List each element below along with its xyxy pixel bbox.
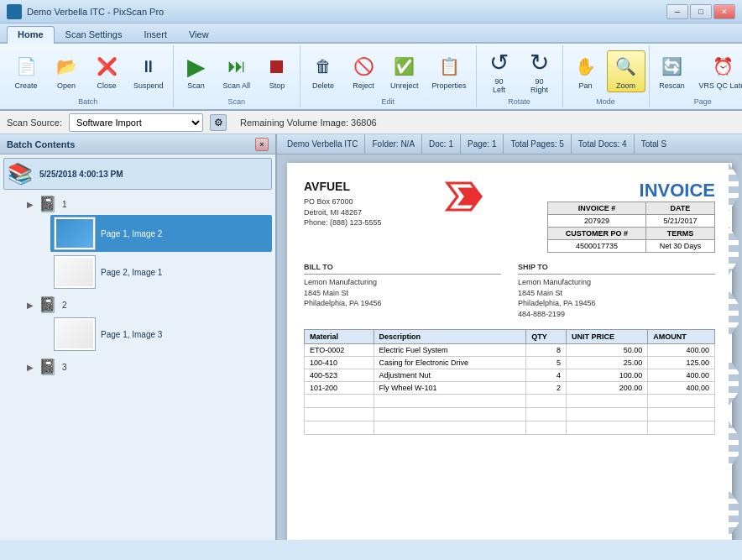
mode-buttons: ✋ Pan 🔍 Zoom [567,45,645,97]
col-unit-price: UNIT PRICE [567,330,648,344]
pan-button[interactable]: ✋ Pan [567,50,605,92]
reject-label: Reject [353,81,374,90]
close-batch-button[interactable]: ❌ Close [87,50,126,92]
customer-po-value: 4500017735 [547,240,645,253]
title-bar-controls: ─ □ ✕ [666,4,735,19]
batch-group-label: Batch [7,97,170,107]
ship-to-content: Lemon Manufacturing 1845 Main St Philade… [518,274,715,319]
batch-buttons: 📄 Create 📂 Open ❌ Close ⏸ Suspend [7,45,170,97]
tab-view[interactable]: View [178,26,220,42]
col-amount: AMOUNT [648,330,715,344]
zoom-button[interactable]: 🔍 Zoom [607,50,645,92]
batch-panel-close-button[interactable]: × [255,138,269,151]
cell-amount: 400.00 [648,369,715,382]
bill-to-addr1: 1845 Main St [304,288,501,299]
zoom-icon: 🔍 [613,53,640,80]
close-batch-label: Close [97,81,116,90]
unreject-label: Unreject [390,81,419,90]
suspend-button[interactable]: ⏸ Suspend [128,50,170,92]
col-material: Material [305,330,374,344]
right-panel: Demo Verbella ITC Folder: N/A Doc: 1 Pag… [277,134,742,540]
cell-unit-price: 50.00 [567,344,648,357]
zoom-label: Zoom [616,81,635,90]
page-buttons: 🔄 Rescan ⏰ VRS QC Later [653,45,742,97]
scan-all-button[interactable]: ⏭ Scan All [217,50,257,92]
batch-document-3: ▶ 📓 3 [24,356,272,378]
rotate-left-icon: ↺ [486,49,513,76]
rotate-left-button[interactable]: ↺ 90Left [480,46,519,97]
ribbon-group-batch: 📄 Create 📂 Open ❌ Close ⏸ Suspend Batch [3,45,174,107]
tab-scan-settings[interactable]: Scan Settings [55,26,133,42]
batch-document-1: ▶ 📓 1 Page 1, Image 2 [24,193,272,290]
ribbon: 📄 Create 📂 Open ❌ Close ⏸ Suspend Batch … [0,44,742,111]
create-button[interactable]: 📄 Create [7,50,45,92]
tab-insert[interactable]: Insert [133,26,178,42]
invoice-num-value: 207929 [547,215,645,228]
bill-to-content: Lemon Manufacturing 1845 Main St Philade… [304,274,501,309]
doc-info-folder: Folder: N/A [365,134,422,154]
scan-button[interactable]: ▶ Scan [177,50,216,92]
tab-home[interactable]: Home [7,26,55,44]
open-button[interactable]: 📂 Open [47,50,86,92]
cell-description: Electric Fuel System [374,344,526,357]
batch-page-1-image-3[interactable]: Page 1, Image 3 [50,316,272,353]
table-row: 101-200 Fly Wheel W-101 2 200.00 400.00 [305,382,715,395]
properties-icon: 📋 [436,53,462,80]
batch-doc-3-header[interactable]: ▶ 📓 3 [24,356,272,378]
page-group-label: Page [653,97,742,107]
close-button[interactable]: ✕ [713,4,735,19]
cell-description: Fly Wheel W-101 [374,382,526,395]
batch-group-icon: 📚 [8,162,33,186]
bill-to-box: BILL TO Lemon Manufacturing 1845 Main St… [304,263,501,319]
batch-document-2: ▶ 📓 2 Page 1, Image 3 [24,294,272,353]
batch-page-2-image-1[interactable]: Page 2, Image 1 [50,254,272,290]
cell-unit-price: 200.00 [567,382,648,395]
scan-source-select[interactable]: Software Import [69,113,203,132]
batch-panel-content[interactable]: 📚 5/25/2018 4:00:13 PM ▶ 📓 1 [0,154,275,540]
rotate-group-label: Rotate [480,97,559,107]
batch-doc-2-num: 2 [62,301,67,310]
rescan-button[interactable]: 🔄 Rescan [653,50,692,92]
table-row: 100-410 Casing for Electronic Drive 5 25… [305,357,715,369]
open-icon: 📂 [53,53,80,80]
cell-amount: 400.00 [648,344,715,357]
ribbon-group-edit: 🗑 Delete 🚫 Reject ✅ Unreject 📋 Propertie… [300,45,477,107]
title-bar: Demo Verbella ITC - PixScan Pro ─ □ ✕ [0,0,742,24]
stop-button[interactable]: ⏹ Stop [258,50,296,92]
batch-doc-1-header[interactable]: ▶ 📓 1 [24,193,272,215]
rotate-right-button[interactable]: ↻ 90Right [520,46,559,97]
batch-page-2-1-label: Page 2, Image 1 [101,268,162,277]
properties-button[interactable]: 📋 Properties [426,50,473,92]
cell-unit-price: 100.00 [567,369,648,382]
batch-page-1-image-2[interactable]: Page 1, Image 2 [50,215,272,252]
ship-to-addr2: Philadelphia, PA 19456 [518,298,715,309]
address-line2: Detroit, MI 48267 [304,207,382,218]
cell-qty: 5 [526,357,567,369]
bill-ship-section: BILL TO Lemon Manufacturing 1845 Main St… [304,263,715,319]
batch-page-1-3-label: Page 1, Image 3 [101,330,162,339]
table-row-empty [305,395,715,408]
maximize-button[interactable]: □ [690,4,712,19]
invoice-num-label: INVOICE # [547,202,645,215]
scan-group-label: Scan [177,97,297,107]
batch-doc-2-header[interactable]: ▶ 📓 2 [24,294,272,316]
ribbon-group-mode: ✋ Pan 🔍 Zoom Mode [563,45,650,107]
stop-label: Stop [269,81,285,90]
ribbon-group-page: 🔄 Rescan ⏰ VRS QC Later Page [650,45,742,107]
address-line3: Phone: (888) 123-5555 [304,217,382,228]
delete-button[interactable]: 🗑 Delete [304,50,342,92]
app-icon [7,4,22,19]
mode-group-label: Mode [567,97,645,107]
reject-button[interactable]: 🚫 Reject [344,50,383,92]
scan-source-bar: Scan Source: Software Import ⚙ Remaining… [0,111,742,134]
minimize-button[interactable]: ─ [666,4,688,19]
batch-group-header[interactable]: 📚 5/25/2018 4:00:13 PM [3,158,272,190]
vrs-qc-later-label: VRS QC Later [699,81,742,90]
document-viewer[interactable]: AVFUEL PO Box 67000 Detroit, MI 48267 Ph… [277,154,742,540]
doc-info-total-docs: Total Docs: 4 [572,134,635,154]
scan-source-settings-icon[interactable]: ⚙ [210,114,227,131]
unreject-button[interactable]: ✅ Unreject [384,50,425,92]
invoice-title: INVOICE [547,180,715,201]
cell-material: 101-200 [305,382,374,395]
vrs-qc-later-button[interactable]: ⏰ VRS QC Later [693,50,742,92]
